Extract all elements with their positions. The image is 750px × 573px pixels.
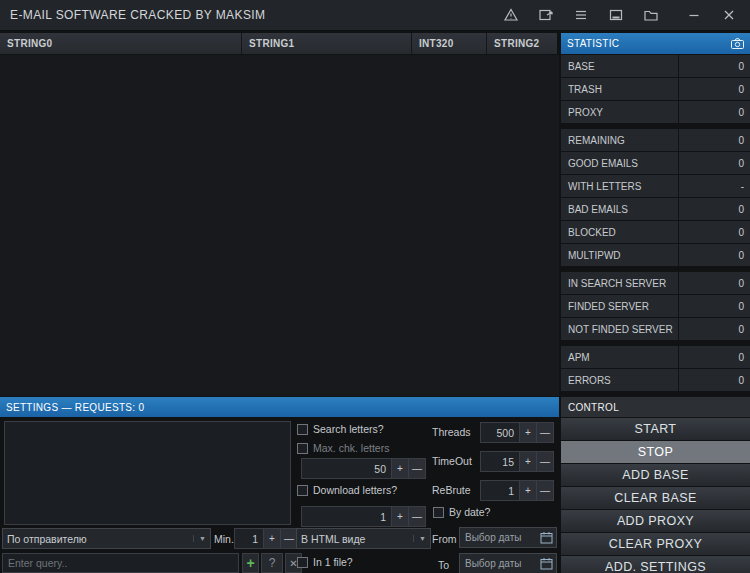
html-view-dropdown[interactable]: В HTML виде ▼	[296, 528, 431, 549]
column-header-string2[interactable]: STRING2	[487, 33, 557, 54]
start-button[interactable]: START	[561, 418, 750, 440]
sender-filter-dropdown[interactable]: По отправителю ▼	[2, 528, 211, 549]
stat-value: 0	[679, 198, 750, 220]
window-title: E-MAIL SOFTWARE CRACKED BY MAKSIM	[10, 8, 265, 22]
checkbox-box[interactable]	[433, 507, 444, 518]
increment-button[interactable]: +	[520, 451, 537, 472]
image-export-icon[interactable]	[538, 7, 554, 23]
stat-row-trash: TRASH 0	[561, 78, 750, 100]
minimize-icon[interactable]	[686, 7, 702, 23]
max-letters-value[interactable]: 50	[301, 458, 392, 479]
in-one-file-checkbox[interactable]: In 1 file?	[297, 556, 353, 568]
stat-label: GOOD EMAILS	[561, 152, 678, 174]
calendar-icon[interactable]	[540, 557, 553, 570]
stat-label: PROXY	[561, 101, 678, 123]
add-query-button[interactable]: +	[242, 553, 259, 573]
checkbox-box[interactable]	[297, 485, 308, 496]
increment-button[interactable]: +	[520, 480, 537, 501]
stat-row-errors: ERRORS 0	[561, 369, 750, 391]
add-base-button[interactable]: ADD BASE	[561, 464, 750, 486]
increment-button[interactable]: +	[264, 528, 281, 549]
stat-value: 0	[679, 129, 750, 151]
threads-stepper: 500 + —	[480, 422, 554, 443]
control-header: CONTROL	[561, 397, 750, 417]
date-placeholder: Выбор даты	[465, 532, 540, 543]
threads-label: Threads	[432, 426, 471, 438]
stat-value: 0	[679, 221, 750, 243]
help-button[interactable]: ?	[261, 553, 283, 573]
threads-value[interactable]: 500	[480, 422, 520, 443]
stat-row-multipwd: MULTIPWD 0	[561, 244, 750, 266]
title-bar: E-MAIL SOFTWARE CRACKED BY MAKSIM	[0, 0, 750, 31]
decrement-button[interactable]: —	[409, 458, 426, 479]
download-count-value[interactable]: 1	[301, 506, 392, 527]
list-icon[interactable]	[573, 7, 589, 23]
stat-value: 0	[679, 272, 750, 294]
max-chk-letters-checkbox[interactable]: Max. chk. letters	[297, 442, 389, 454]
stop-button[interactable]: STOP	[561, 441, 750, 463]
to-date-picker[interactable]: Выбор даты	[459, 553, 557, 573]
decrement-button[interactable]: —	[537, 480, 554, 501]
timeout-value[interactable]: 15	[480, 451, 520, 472]
stat-row-proxy: PROXY 0	[561, 101, 750, 123]
chevron-down-icon: ▼	[413, 535, 426, 542]
stat-label: BAD EMAILS	[561, 198, 678, 220]
decrement-button[interactable]: —	[537, 451, 554, 472]
checkbox-label: Search letters?	[313, 423, 384, 435]
settings-header: SETTINGS — REQUESTS: 0	[0, 397, 559, 417]
warning-icon[interactable]	[503, 7, 519, 23]
stat-row-in-search-server: IN SEARCH SERVER 0	[561, 272, 750, 294]
titlebar-icons	[503, 7, 750, 23]
increment-button[interactable]: +	[520, 422, 537, 443]
stat-value: 0	[679, 78, 750, 100]
minimize-to-tray-icon[interactable]	[608, 7, 624, 23]
column-header-string0[interactable]: STRING0	[0, 33, 242, 54]
rebrute-value[interactable]: 1	[480, 480, 520, 501]
add-settings-button[interactable]: ADD. SETTINGS	[561, 556, 750, 573]
stat-value: 0	[679, 295, 750, 317]
checkbox-box[interactable]	[297, 443, 308, 454]
query-input[interactable]	[2, 553, 239, 573]
stat-row-with-letters: WITH LETTERS -	[561, 175, 750, 197]
stat-label: WITH LETTERS	[561, 175, 678, 197]
stat-row-not-finded-server: NOT FINDED SERVER 0	[561, 318, 750, 340]
checkbox-box[interactable]	[297, 557, 308, 568]
folder-icon[interactable]	[643, 7, 659, 23]
by-date-checkbox[interactable]: By date?	[433, 506, 490, 518]
close-icon[interactable]	[721, 7, 737, 23]
stat-row-remaining: REMAINING 0	[561, 129, 750, 151]
stat-row-blocked: BLOCKED 0	[561, 221, 750, 243]
decrement-button[interactable]: —	[409, 506, 426, 527]
stat-label: IN SEARCH SERVER	[561, 272, 678, 294]
search-letters-checkbox[interactable]: Search letters?	[297, 423, 384, 435]
timeout-stepper: 15 + —	[480, 451, 554, 472]
camera-icon[interactable]	[731, 38, 744, 49]
decrement-button[interactable]: —	[537, 422, 554, 443]
min-count-value[interactable]: 1	[234, 528, 264, 549]
rebrute-label: ReBrute	[432, 484, 471, 496]
column-header-string1[interactable]: STRING1	[242, 33, 412, 54]
date-placeholder: Выбор даты	[465, 558, 540, 569]
app-window: E-MAIL SOFTWARE CRACKED BY MAKSIM	[0, 0, 750, 573]
letters-list[interactable]	[4, 421, 291, 525]
from-date-picker[interactable]: Выбор даты	[459, 527, 557, 548]
stat-label: ERRORS	[561, 369, 678, 391]
stat-row-finded-server: FINDED SERVER 0	[561, 295, 750, 317]
calendar-icon[interactable]	[540, 531, 553, 544]
results-table-header: STRING0 STRING1 INT320 STRING2	[0, 33, 560, 54]
results-table-body[interactable]	[0, 55, 559, 396]
settings-panel: По отправителю ▼ Min. 1 + — + ? ✕ Search…	[0, 417, 560, 573]
min-label: Min.	[214, 533, 234, 545]
download-letters-checkbox[interactable]: Download letters?	[297, 484, 397, 496]
add-proxy-button[interactable]: ADD PROXY	[561, 510, 750, 532]
column-header-int320[interactable]: INT320	[412, 33, 487, 54]
stat-label: FINDED SERVER	[561, 295, 678, 317]
checkbox-box[interactable]	[297, 424, 308, 435]
clear-base-button[interactable]: CLEAR BASE	[561, 487, 750, 509]
to-label: To	[438, 559, 449, 571]
increment-button[interactable]: +	[392, 458, 409, 479]
clear-proxy-button[interactable]: CLEAR PROXY	[561, 533, 750, 555]
dropdown-value: По отправителю	[7, 533, 189, 545]
stat-label: BASE	[561, 55, 678, 77]
increment-button[interactable]: +	[392, 506, 409, 527]
